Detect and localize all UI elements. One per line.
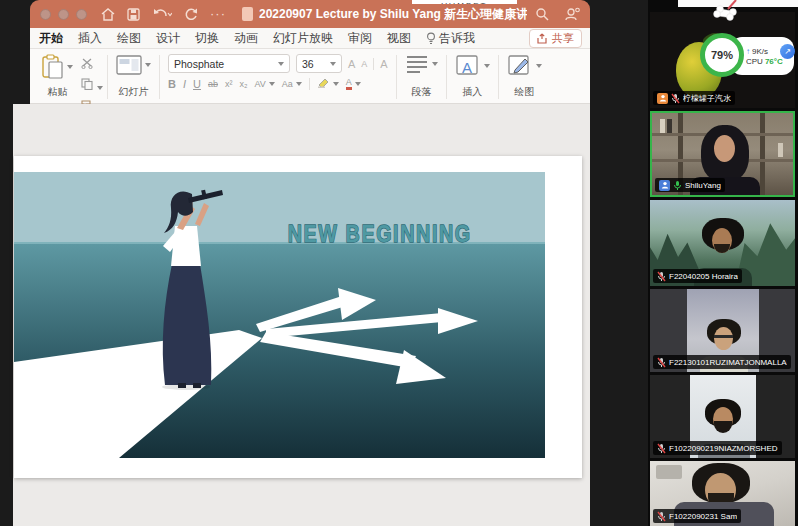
- minimize-window-button[interactable]: [58, 9, 69, 20]
- draw-caret: [536, 64, 542, 68]
- paragraph-button[interactable]: [405, 54, 438, 74]
- participant-tile-1[interactable]: ↑9K/s CPU76°C 79% ↗ 柠檬罐子汽水: [650, 12, 795, 108]
- character-spacing-button[interactable]: AV: [254, 79, 265, 89]
- case-caret: [296, 82, 302, 86]
- tab-review[interactable]: 审阅: [347, 28, 373, 49]
- battery-percent: 79%: [711, 49, 733, 61]
- paragraph-label: 段落: [411, 85, 431, 100]
- close-window-button[interactable]: [40, 9, 51, 20]
- copy-button[interactable]: [81, 76, 103, 94]
- zoom-window-button[interactable]: [76, 9, 87, 20]
- underline-button[interactable]: U: [193, 78, 201, 90]
- window-titlebar[interactable]: ··· 20220907 Lecture by Shilu Yang 新生心理健…: [30, 0, 590, 28]
- redo-button[interactable]: [184, 8, 198, 21]
- mic-muted-icon: [657, 357, 666, 368]
- slide-canvas[interactable]: NEW BEGINNING: [14, 156, 582, 478]
- draw-group[interactable]: 绘图: [501, 53, 548, 101]
- tab-insert[interactable]: 插入: [77, 28, 103, 49]
- highlight-color-button[interactable]: [317, 77, 330, 90]
- undo-button[interactable]: [152, 8, 172, 21]
- desktop: ··· 20220907 Lecture by Shilu Yang 新生心理健…: [0, 0, 798, 526]
- participant-name: 柠檬罐子汽水: [683, 93, 731, 104]
- cpu-label: CPU: [746, 57, 763, 66]
- font-size-caret: [330, 62, 336, 66]
- spacing-caret: [269, 82, 275, 86]
- window-controls[interactable]: [40, 9, 87, 20]
- participant-nametag-2: ShiluYang: [655, 178, 725, 192]
- paragraph-caret: [432, 62, 438, 66]
- mic-muted-icon: [657, 443, 666, 454]
- bold-button[interactable]: B: [168, 78, 176, 90]
- more-tools-button[interactable]: ···: [210, 9, 226, 19]
- ribbon-toolbar: 粘贴 幻灯片 Phosphate: [30, 49, 590, 104]
- slides-group[interactable]: 幻灯片: [110, 53, 157, 101]
- slide-illustration[interactable]: NEW BEGINNING: [14, 172, 545, 458]
- tab-slideshow[interactable]: 幻灯片放映: [272, 28, 334, 49]
- draw-pencil-icon: [507, 54, 533, 78]
- mic-active-icon: [673, 180, 682, 191]
- strikethrough-button[interactable]: ab: [208, 79, 218, 89]
- cut-button[interactable]: [81, 55, 103, 73]
- tab-home[interactable]: 开始: [38, 28, 64, 49]
- svg-text:A: A: [462, 59, 472, 76]
- insert-label: 插入: [462, 85, 482, 100]
- participant-tile-5[interactable]: F1022090219NIAZMORSHED: [650, 375, 795, 458]
- battery-ring: 79%: [700, 33, 744, 77]
- font-name-select[interactable]: Phosphate: [168, 54, 290, 73]
- upload-arrow-icon: ↑: [746, 47, 750, 56]
- copy-caret: [97, 86, 103, 90]
- new-slide-caret: [145, 63, 151, 67]
- font-color-button[interactable]: A: [346, 78, 352, 90]
- participant-name: F1022090219NIAZMORSHED: [669, 444, 778, 453]
- slide-heading-text[interactable]: NEW BEGINNING: [288, 220, 472, 247]
- font-group: Phosphate 36 A A A B I U ab: [162, 53, 394, 101]
- meeting-sidebar: ↑9K/s CPU76°C 79% ↗ 柠檬罐子汽水: [648, 0, 798, 526]
- document-title-text: 20220907 Lecture by Shilu Yang 新生心理健康讲座: [259, 6, 527, 23]
- font-color-caret: [355, 82, 361, 86]
- book: [667, 119, 672, 133]
- collaborate-icon[interactable]: [565, 7, 580, 21]
- draw-button[interactable]: [507, 54, 542, 78]
- participant-tile-3[interactable]: F22040205 Horaira: [650, 200, 795, 286]
- person-beard: [714, 244, 730, 253]
- change-case-button[interactable]: Aa: [282, 79, 293, 89]
- subscript-button[interactable]: x₂: [239, 79, 247, 89]
- grow-font-button[interactable]: A: [348, 58, 355, 70]
- participant-tile-6[interactable]: F1022090231 Sam: [650, 461, 795, 526]
- clear-formatting-button[interactable]: A: [380, 58, 387, 70]
- search-icon[interactable]: [535, 7, 549, 21]
- font-name-caret: [278, 62, 284, 66]
- overlay-app-badge-icon[interactable]: ↗: [780, 44, 795, 59]
- cpu-temp: 76°C: [765, 57, 783, 66]
- tab-tell-me[interactable]: 告诉我: [425, 28, 476, 49]
- paste-button[interactable]: [42, 54, 73, 80]
- shrink-font-button[interactable]: A: [361, 59, 367, 69]
- insert-group[interactable]: A 插入: [449, 53, 496, 101]
- share-button[interactable]: 共享: [529, 29, 582, 48]
- tab-animations[interactable]: 动画: [233, 28, 259, 49]
- participant-tile-2[interactable]: ShiluYang: [650, 111, 795, 197]
- tab-view[interactable]: 视图: [386, 28, 412, 49]
- tab-transitions[interactable]: 切换: [194, 28, 220, 49]
- participant-badge-icon: [659, 180, 670, 191]
- clipboard-icon: [42, 54, 64, 80]
- superscript-button[interactable]: x²: [225, 79, 233, 89]
- participant-nametag-6: F1022090231 Sam: [653, 509, 741, 523]
- insert-textbox-button[interactable]: A: [455, 54, 490, 78]
- participant-tile-4[interactable]: F22130101RUZIMATJONMALLABOEV: [650, 289, 795, 372]
- new-slide-button[interactable]: [116, 54, 151, 76]
- font-name-value: Phosphate: [174, 58, 275, 70]
- person-glasses: [714, 335, 733, 338]
- slide-layout-icon: [116, 54, 142, 76]
- font-size-select[interactable]: 36: [296, 54, 342, 73]
- italic-button[interactable]: I: [183, 78, 186, 90]
- participant-name: ShiluYang: [685, 181, 721, 190]
- font-size-value: 36: [302, 58, 327, 70]
- save-icon[interactable]: [127, 8, 140, 21]
- paragraph-group[interactable]: 段落: [399, 53, 444, 101]
- tab-draw[interactable]: 绘图: [116, 28, 142, 49]
- tab-design[interactable]: 设计: [155, 28, 181, 49]
- paste-group[interactable]: 粘贴: [36, 53, 79, 101]
- participant-nametag-4: F22130101RUZIMATJONMALLABOEV: [653, 355, 791, 369]
- home-icon[interactable]: [101, 8, 115, 21]
